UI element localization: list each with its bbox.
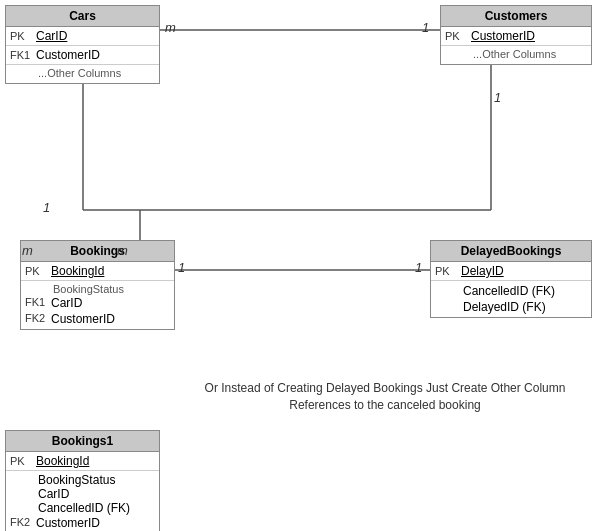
- note-line1: Or Instead of Creating Delayed Bookings …: [205, 381, 566, 395]
- customers-other-col: ...Other Columns: [445, 48, 556, 60]
- bookings1-row-bookingid: PK BookingId: [6, 452, 159, 471]
- note-line2: References to the canceled booking: [289, 398, 480, 412]
- customers-row-customerid: PK CustomerID: [441, 27, 591, 46]
- cars-title: Cars: [6, 6, 159, 27]
- delayed-row-fields: CancelledID (FK) DelayedID (FK): [431, 281, 591, 317]
- cardinality-1-delayed-left: 1: [415, 260, 422, 275]
- bookings1-bookingid-field: BookingId: [36, 454, 89, 468]
- bookings1-title: Bookings1: [6, 431, 159, 452]
- cardinality-1-customers-down: 1: [494, 90, 501, 105]
- note-text: Or Instead of Creating Delayed Bookings …: [185, 380, 585, 414]
- cars-fk1-label: FK1: [10, 48, 36, 61]
- customers-customerid-field: CustomerID: [471, 29, 535, 43]
- cardinality-m-cars-customers: m: [165, 20, 176, 35]
- bookings-pk-label: PK: [25, 264, 51, 277]
- delayed-delayedid-field: DelayedID (FK): [463, 299, 555, 315]
- cardinality-1-cars-down: 1: [43, 200, 50, 215]
- bookings1-status-field: BookingStatus: [10, 473, 130, 487]
- customers-title: Customers: [441, 6, 591, 27]
- cars-row-other: ...Other Columns: [6, 65, 159, 83]
- bookings-entity: Bookings PK BookingId BookingStatus FK1 …: [20, 240, 175, 330]
- bookings-row-bookingid: PK BookingId: [21, 262, 174, 281]
- cars-row-customerid: FK1 CustomerID: [6, 46, 159, 65]
- cardinality-1-customers: 1: [422, 20, 429, 35]
- bookings1-entity: Bookings1 PK BookingId BookingStatus Car…: [5, 430, 160, 531]
- delayed-bookings-entity: DelayedBookings PK DelayID CancelledID (…: [430, 240, 592, 318]
- bookings-fk1-label: FK1: [25, 295, 51, 311]
- cars-other-col: ...Other Columns: [10, 67, 121, 79]
- cars-row-carid: PK CarID: [6, 27, 159, 46]
- cars-entity: Cars PK CarID FK1 CustomerID ...Other Co…: [5, 5, 160, 84]
- bookings1-cancelledid-field: CancelledID (FK): [10, 501, 130, 515]
- bookings-bookingid-field: BookingId: [51, 264, 104, 278]
- bookings1-fk2-label: FK2: [10, 515, 36, 531]
- bookings-carid-field: CarID: [51, 295, 82, 311]
- diagram: Cars PK CarID FK1 CustomerID ...Other Co…: [0, 0, 597, 531]
- delayed-cancelledid-field: CancelledID (FK): [463, 283, 555, 299]
- cars-pk-label: PK: [10, 29, 36, 42]
- customers-row-other: ...Other Columns: [441, 46, 591, 64]
- cardinality-m-bookings-left: m: [22, 243, 33, 258]
- customers-entity: Customers PK CustomerID ...Other Columns: [440, 5, 592, 65]
- cars-customerid-field: CustomerID: [36, 48, 100, 62]
- delayed-delayid-field: DelayID: [461, 264, 504, 278]
- bookings1-carid-field: CarID: [10, 487, 130, 501]
- bookings1-customerid-field: CustomerID: [36, 515, 100, 531]
- bookings-fk2-label: FK2: [25, 311, 51, 327]
- delayed-row-delayid: PK DelayID: [431, 262, 591, 281]
- bookings1-row-fields: BookingStatus CarID CancelledID (FK) FK2…: [6, 471, 159, 531]
- bookings-status-field: BookingStatus: [25, 283, 124, 295]
- bookings-row-fields: BookingStatus FK1 CarID FK2 CustomerID: [21, 281, 174, 329]
- cardinality-m-bookings-right: m: [117, 243, 128, 258]
- delayed-pk-label: PK: [435, 264, 461, 277]
- bookings1-pk-label: PK: [10, 454, 36, 467]
- cars-carid-field: CarID: [36, 29, 67, 43]
- bookings-customerid-field: CustomerID: [51, 311, 115, 327]
- delayed-bookings-title: DelayedBookings: [431, 241, 591, 262]
- bookings-title: Bookings: [21, 241, 174, 262]
- customers-pk-label: PK: [445, 29, 471, 42]
- cardinality-1-bookings-right: 1: [178, 260, 185, 275]
